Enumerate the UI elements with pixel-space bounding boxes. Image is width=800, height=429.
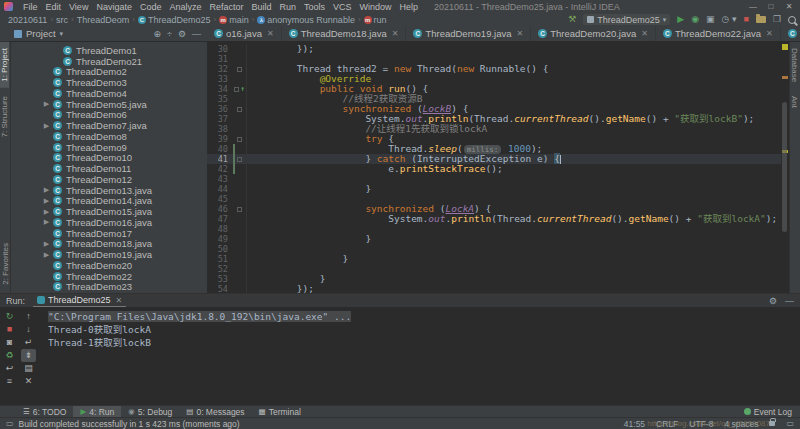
- tree-item-threaddemo14-java[interactable]: ▶CThreadDemo14.java: [11, 196, 207, 207]
- expand-arrow-icon[interactable]: ▶: [40, 251, 53, 259]
- menu-view[interactable]: View: [65, 2, 92, 12]
- run-icon[interactable]: ▶: [677, 13, 684, 26]
- menu-file[interactable]: File: [19, 2, 42, 12]
- pin-tab-icon[interactable]: ≡: [2, 375, 17, 388]
- hide-panel-icon[interactable]: —: [192, 29, 201, 39]
- soft-wrap-icon[interactable]: ↵: [21, 336, 36, 349]
- close-icon[interactable]: ✕: [392, 29, 399, 38]
- scroll-to-end-icon[interactable]: ⇟: [21, 349, 36, 362]
- fold-marker-icon[interactable]: [237, 107, 242, 112]
- run-tab[interactable]: ThreadDemo25 ✕: [33, 294, 126, 307]
- down-stack-icon[interactable]: ↓: [21, 323, 36, 336]
- tool-stripe-ant[interactable]: Ant: [790, 90, 799, 114]
- gc-icon[interactable]: ♻: [2, 349, 17, 362]
- menu-navigate[interactable]: Navigate: [92, 2, 136, 12]
- print-icon[interactable]: ▤: [21, 362, 36, 375]
- tree-item-threaddemo6[interactable]: CThreadDemo6: [11, 110, 207, 121]
- locate-file-icon[interactable]: ⊕: [153, 29, 161, 39]
- tree-item-threaddemo12[interactable]: CThreadDemo12: [11, 174, 207, 185]
- collapse-all-icon[interactable]: ÷: [167, 29, 172, 39]
- tree-item-threaddemo18-java[interactable]: ▶CThreadDemo18.java: [11, 239, 207, 250]
- menu-analyze[interactable]: Analyze: [165, 2, 205, 12]
- close-icon[interactable]: ✕: [516, 29, 523, 38]
- background-tasks-icon[interactable]: ▭: [786, 419, 794, 428]
- debug-icon[interactable]: ◉: [691, 13, 699, 26]
- toolwindow-button-terminal[interactable]: ▦Terminal: [252, 406, 308, 418]
- close-button[interactable]: ✕: [780, 2, 798, 11]
- close-icon[interactable]: ✕: [116, 296, 123, 305]
- tree-item-threaddemo2[interactable]: CThreadDemo2: [11, 67, 207, 78]
- tree-item-threaddemo21[interactable]: CThreadDemo21: [11, 56, 207, 67]
- code-line-42[interactable]: 42 e.printStackTrace();: [207, 164, 781, 174]
- tool-stripe-database[interactable]: Database: [790, 42, 799, 88]
- tree-item-threaddemo22[interactable]: CThreadDemo22: [11, 271, 207, 282]
- fold-marker-icon[interactable]: [237, 137, 242, 142]
- file-encoding[interactable]: UTF-8: [689, 419, 713, 429]
- menu-run[interactable]: Run: [276, 2, 301, 12]
- fold-marker-icon[interactable]: [234, 87, 239, 92]
- caret-position[interactable]: 41:55: [624, 419, 645, 429]
- tree-item-threaddemo5-java[interactable]: ▶CThreadDemo5.java: [11, 99, 207, 110]
- toolwindow-button-5-debug[interactable]: ◉5: Debug: [121, 406, 179, 418]
- editor-error-stripe[interactable]: [781, 42, 789, 293]
- hide-panel-icon[interactable]: —: [785, 296, 794, 306]
- tool-stripe-7-structure[interactable]: 7: Structure: [0, 90, 9, 143]
- profiler-icon[interactable]: ◷ ▾: [722, 13, 737, 26]
- clear-all-icon[interactable]: ✕: [21, 375, 36, 388]
- editor-tab-threaddemo24-java[interactable]: CThreadDemo24.java✕: [781, 26, 800, 41]
- tree-item-threaddemo20[interactable]: CThreadDemo20: [11, 260, 207, 271]
- inspection-indicator-icon[interactable]: [782, 44, 788, 50]
- breadcrumb-item-run[interactable]: mrun: [364, 15, 387, 25]
- code-line-51[interactable]: 51 }: [207, 254, 781, 264]
- code-line-54[interactable]: 54 });: [207, 284, 781, 293]
- event-log-button[interactable]: Event Log: [744, 407, 792, 417]
- tree-item-threaddemo7-java[interactable]: ▶CThreadDemo7.java: [11, 120, 207, 131]
- editor-tab-threaddemo22-java[interactable]: CThreadDemo22.java✕: [656, 26, 781, 41]
- tree-item-threaddemo11[interactable]: CThreadDemo11: [11, 163, 207, 174]
- expand-arrow-icon[interactable]: ▶: [40, 197, 53, 205]
- fold-marker-icon[interactable]: [237, 67, 242, 72]
- code-line-47[interactable]: 47 System.out.println(Thread.currentThre…: [207, 214, 781, 224]
- dump-threads-icon[interactable]: ◙: [2, 336, 17, 349]
- line-separator[interactable]: CRLF: [656, 419, 678, 429]
- up-stack-icon[interactable]: ↑: [21, 310, 36, 323]
- read-lock-icon[interactable]: [769, 421, 775, 426]
- restore-layout-icon[interactable]: ❐: [773, 13, 781, 26]
- menu-tools[interactable]: Tools: [300, 2, 329, 12]
- code-line-49[interactable]: 49 }: [207, 234, 781, 244]
- tool-stripe-1-project[interactable]: 1: Project: [0, 42, 9, 88]
- build-hammer-icon[interactable]: ⚒: [568, 13, 576, 26]
- tree-item-threaddemo23[interactable]: CThreadDemo23: [11, 282, 207, 293]
- breadcrumb-item-threaddemo25[interactable]: CThreadDemo25: [138, 15, 211, 25]
- chevron-down-icon[interactable]: ▾: [60, 30, 64, 38]
- code-line-30[interactable]: 30 });: [207, 44, 781, 54]
- menu-window[interactable]: Window: [356, 2, 396, 12]
- run-configuration-select[interactable]: ThreadDemo25 ▾: [583, 14, 670, 25]
- tree-item-threaddemo13-java[interactable]: ▶CThreadDemo13.java: [11, 185, 207, 196]
- tree-item-threaddemo16-java[interactable]: ▶CThreadDemo16.java: [11, 217, 207, 228]
- project-panel-header[interactable]: Project ▾ ⊕÷⚙—: [0, 26, 207, 41]
- run-console[interactable]: "C:\Program Files\Java\jdk1.8.0_192\bin\…: [38, 307, 800, 405]
- tool-stripe-2-favorites[interactable]: 2: Favorites: [1, 237, 10, 291]
- tree-item-threaddemo3[interactable]: CThreadDemo3: [11, 77, 207, 88]
- menu-refactor[interactable]: Refactor: [205, 2, 247, 12]
- close-icon[interactable]: ✕: [766, 29, 773, 38]
- expand-arrow-icon[interactable]: ▶: [40, 208, 53, 216]
- tree-item-threaddemo4[interactable]: CThreadDemo4: [11, 88, 207, 99]
- editor-tab-threaddemo18-java[interactable]: CThreadDemo18.java✕: [282, 26, 407, 41]
- stop-icon[interactable]: ■: [743, 13, 748, 26]
- toolwindow-button-6-todo[interactable]: ☰6: TODO: [16, 406, 73, 418]
- editor-scrollbar[interactable]: [782, 102, 787, 232]
- breadcrumb-item-anonymous-runnable[interactable]: λanonymous Runnable: [257, 15, 355, 25]
- fold-marker-icon[interactable]: [237, 157, 242, 162]
- code-line-44[interactable]: 44 }: [207, 184, 781, 194]
- fold-marker-icon[interactable]: [237, 207, 242, 212]
- expand-arrow-icon[interactable]: ▶: [40, 240, 53, 248]
- maximize-button[interactable]: □: [762, 2, 780, 11]
- stop-icon[interactable]: ■: [2, 323, 17, 336]
- editor-tab-o16-java[interactable]: Co16.java✕: [207, 26, 282, 41]
- close-icon[interactable]: ✕: [641, 29, 648, 38]
- indent-style[interactable]: 4 spaces: [724, 419, 758, 429]
- breadcrumb-item-main[interactable]: mmain: [219, 15, 249, 25]
- toolwindow-button-0-messages[interactable]: ▤0: Messages: [179, 406, 251, 418]
